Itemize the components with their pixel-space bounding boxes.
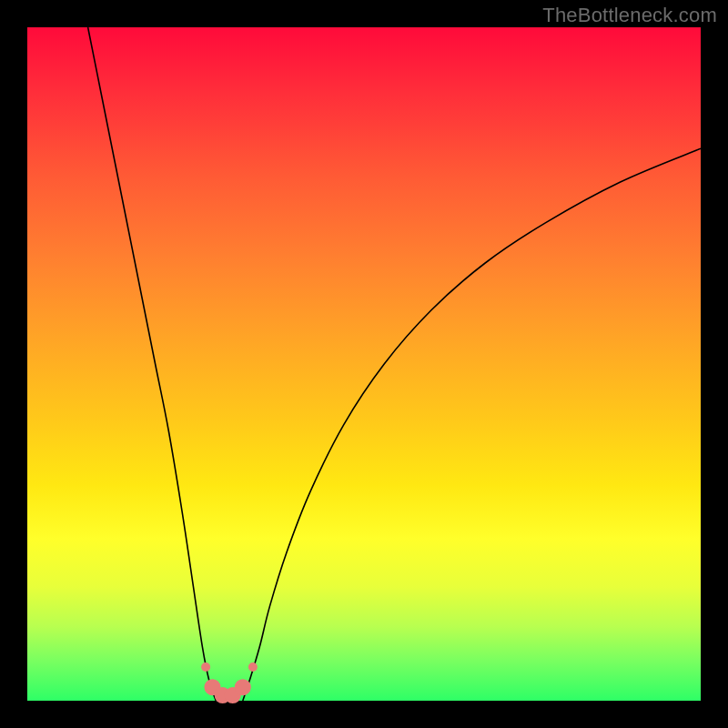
marker-point xyxy=(248,662,258,672)
curve-left-branch xyxy=(88,27,217,701)
marker-group xyxy=(201,662,258,703)
marker-point xyxy=(201,662,210,672)
chart-canvas xyxy=(27,27,701,701)
plot-svg xyxy=(27,27,701,701)
curve-right-branch xyxy=(243,148,701,701)
watermark-text: TheBottleneck.com xyxy=(542,4,717,27)
marker-point xyxy=(235,679,251,695)
